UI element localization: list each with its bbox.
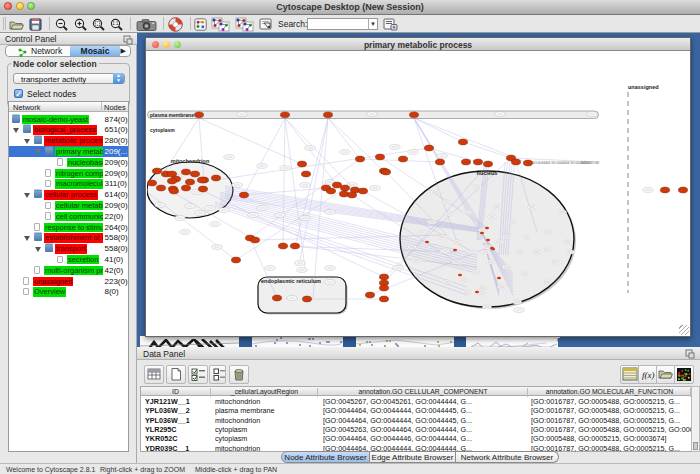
svg-text:nucleus: nucleus: [477, 170, 498, 176]
svg-text:cytoplasm: cytoplasm: [150, 127, 175, 133]
svg-text:GO:44: GO:44: [581, 161, 591, 165]
svg-text:mitochondrion: mitochondrion: [171, 158, 210, 164]
svg-text:endoplasmic reticulum: endoplasmic reticulum: [261, 278, 321, 284]
svg-text:plasma membrane: plasma membrane: [150, 112, 194, 118]
svg-text:unassigned: unassigned: [628, 84, 659, 90]
svg-text:f(x): f(x): [642, 370, 655, 380]
svg-text:1:1: 1:1: [112, 21, 119, 26]
